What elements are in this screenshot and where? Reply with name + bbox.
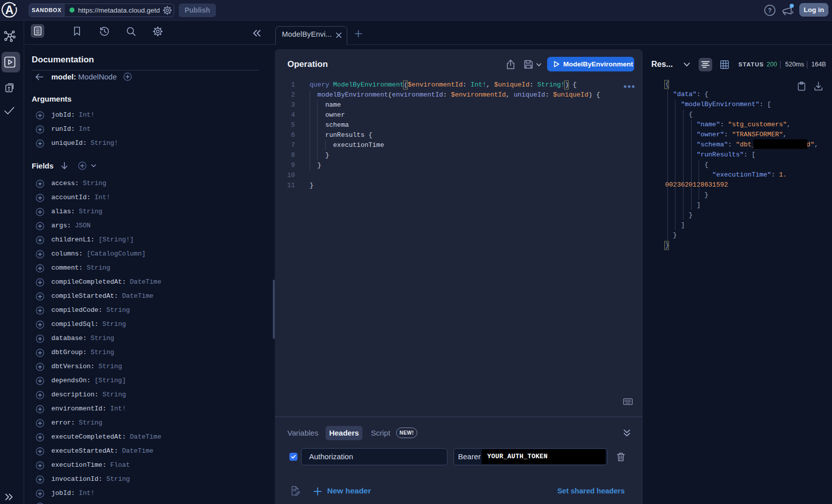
svg-text:A: A: [5, 4, 14, 17]
svg-text:?: ?: [768, 7, 772, 14]
